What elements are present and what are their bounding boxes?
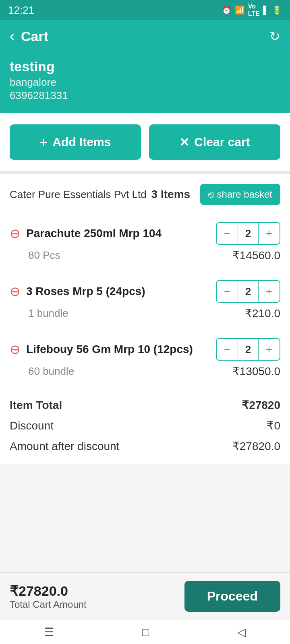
item-3-price: ₹13050.0	[232, 365, 280, 378]
item-1-unit: 80 Pcs	[28, 249, 60, 262]
remove-item-1-button[interactable]: ⊖	[10, 227, 21, 240]
item-2-unit: 1 bundle	[28, 307, 68, 320]
qty-value-3: 2	[238, 339, 259, 360]
share-icon: ⎋	[208, 189, 214, 200]
customer-info: testing bangalore 6396281331	[0, 52, 290, 113]
vendor-name: Cater Pure Essentials Pvt Ltd	[10, 188, 147, 201]
vendor-items-count: 3 Items	[151, 188, 191, 201]
cart-item-1: ⊖ Parachute 250ml Mrp 104 − 2 + 80 Pcs ₹…	[10, 213, 280, 271]
customer-name: testing	[10, 59, 280, 74]
discount-label: Discount	[10, 419, 54, 432]
vendor-left: Cater Pure Essentials Pvt Ltd 3 Items	[10, 188, 190, 201]
bottom-bar: ₹27820.0 Total Cart Amount Proceed	[0, 572, 290, 620]
time: 12:21	[8, 4, 34, 17]
refresh-button[interactable]: ↻	[269, 29, 280, 44]
cart-item-2: ⊖ 3 Roses Mrp 5 (24pcs) − 2 + 1 bundle ₹…	[10, 271, 280, 329]
qty-increase-3[interactable]: +	[259, 339, 280, 360]
home-icon[interactable]: □	[142, 626, 149, 639]
add-items-button[interactable]: + Add Items	[10, 124, 141, 160]
total-cart-amount: ₹27820.0	[10, 583, 87, 599]
item-1-name: Parachute 250ml Mrp 104	[26, 227, 162, 240]
totals-section: Item Total ₹27820 Discount ₹0 Amount aft…	[0, 387, 290, 464]
item-2-name: 3 Roses Mrp 5 (24pcs)	[26, 285, 145, 298]
qty-increase-1[interactable]: +	[259, 223, 280, 244]
cart-item-3: ⊖ Lifebouy 56 Gm Mrp 10 (12pcs) − 2 + 60…	[10, 329, 280, 387]
item-2-price: ₹210.0	[245, 307, 280, 320]
alarm-icon: ⏰	[222, 5, 232, 15]
cart-item-3-bottom: 60 bundle ₹13050.0	[10, 365, 280, 378]
qty-decrease-1[interactable]: −	[217, 223, 238, 244]
qty-control-1: − 2 +	[216, 222, 280, 245]
status-icons: ⏰ 📶 VoLTE ▌ 🔋	[222, 3, 282, 17]
cart-item-2-left: ⊖ 3 Roses Mrp 5 (24pcs)	[10, 285, 145, 298]
total-cart-label: Total Cart Amount	[10, 599, 87, 610]
cart-item-2-top: ⊖ 3 Roses Mrp 5 (24pcs) − 2 +	[10, 280, 280, 303]
proceed-button[interactable]: Proceed	[184, 581, 280, 612]
divider	[0, 171, 290, 174]
cart-item-3-left: ⊖ Lifebouy 56 Gm Mrp 10 (12pcs)	[10, 343, 193, 356]
total-cart-info: ₹27820.0 Total Cart Amount	[10, 583, 87, 610]
cart-item-1-left: ⊖ Parachute 250ml Mrp 104	[10, 227, 162, 240]
after-discount-label: Amount after discount	[10, 440, 119, 453]
remove-item-3-button[interactable]: ⊖	[10, 343, 21, 356]
clear-cart-button[interactable]: ✕ Clear cart	[149, 124, 280, 160]
plus-icon: +	[40, 134, 48, 150]
qty-decrease-3[interactable]: −	[217, 339, 238, 360]
item-3-name: Lifebouy 56 Gm Mrp 10 (12pcs)	[26, 343, 193, 356]
cart-item-1-bottom: 80 Pcs ₹14560.0	[10, 249, 280, 262]
discount-row: Discount ₹0	[10, 419, 280, 432]
menu-icon[interactable]: ☰	[44, 625, 54, 639]
item-total-row: Item Total ₹27820	[10, 398, 280, 412]
spacer	[0, 464, 290, 537]
page-title: Cart	[21, 29, 48, 44]
share-basket-label: share basket	[217, 189, 272, 200]
cart-item-2-bottom: 1 bundle ₹210.0	[10, 307, 280, 320]
header-left: ‹ Cart	[10, 28, 48, 45]
status-bar: 12:21 ⏰ 📶 VoLTE ▌ 🔋	[0, 0, 290, 20]
action-buttons: + Add Items ✕ Clear cart	[0, 113, 290, 171]
cart-item-1-top: ⊖ Parachute 250ml Mrp 104 − 2 +	[10, 222, 280, 245]
after-discount-row: Amount after discount ₹27820.0	[10, 440, 280, 453]
add-items-label: Add Items	[52, 135, 111, 149]
qty-control-3: − 2 +	[216, 338, 280, 361]
item-total-label: Item Total	[10, 399, 62, 412]
back-button[interactable]: ‹	[10, 28, 14, 45]
item-3-unit: 60 bundle	[28, 365, 74, 378]
remove-item-2-button[interactable]: ⊖	[10, 285, 21, 298]
after-discount-value: ₹27820.0	[232, 440, 280, 453]
vendor-header: Cater Pure Essentials Pvt Ltd 3 Items ⎋ …	[10, 184, 280, 205]
customer-phone: 6396281331	[10, 89, 280, 102]
battery-icon: 🔋	[272, 5, 282, 15]
cart-item-3-top: ⊖ Lifebouy 56 Gm Mrp 10 (12pcs) − 2 +	[10, 338, 280, 361]
volte-icon: VoLTE	[248, 3, 260, 17]
customer-city: bangalore	[10, 76, 280, 89]
item-1-price: ₹14560.0	[232, 249, 280, 262]
qty-decrease-2[interactable]: −	[217, 281, 238, 302]
item-total-value: ₹27820	[242, 398, 280, 412]
qty-value-2: 2	[238, 281, 259, 302]
back-nav-icon[interactable]: ◁	[237, 625, 246, 639]
header: ‹ Cart ↻	[0, 20, 290, 52]
discount-value: ₹0	[267, 419, 280, 432]
vendor-section: Cater Pure Essentials Pvt Ltd 3 Items ⎋ …	[0, 174, 290, 387]
signal-icon: ▌	[263, 6, 269, 15]
x-icon: ✕	[179, 135, 189, 149]
qty-control-2: − 2 +	[216, 280, 280, 303]
wifi-icon: 📶	[235, 5, 245, 15]
qty-increase-2[interactable]: +	[259, 281, 280, 302]
clear-cart-label: Clear cart	[194, 135, 250, 149]
qty-value-1: 2	[238, 223, 259, 244]
nav-bar: ☰ □ ◁	[0, 620, 290, 644]
share-basket-button[interactable]: ⎋ share basket	[200, 184, 280, 205]
